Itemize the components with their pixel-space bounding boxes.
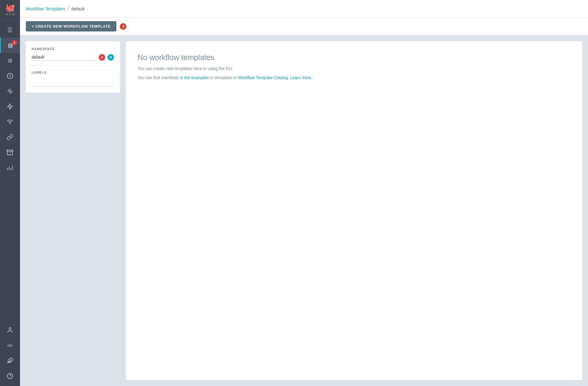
breadcrumb-current: default [71,6,85,11]
labels-input[interactable] [32,79,114,87]
svg-line-3 [8,89,9,90]
help-icon [7,373,13,379]
plugin-icon [7,357,13,364]
webhook-icon [7,119,13,125]
namespace-input[interactable] [32,54,96,61]
empty-state-title: No workflow templates [138,53,570,62]
sidebar: 🐙 v3.4.10 ☰ ▤ 1 ⊞ [0,0,20,386]
sidebar-nav: ☰ ▤ 1 ⊞ [0,20,20,175]
code-icon: </> [7,343,13,348]
user-icon [7,327,13,333]
empty-desc2-end: . [311,75,312,80]
svg-line-4 [11,92,12,93]
breadcrumb: Workflow Templates / default [26,6,85,12]
sidebar-item-sensor[interactable] [0,84,20,99]
empty-desc2-mid: or templates in [209,75,238,80]
sidebar-bottom: </> [0,322,20,386]
logo-icon: 🐙 [5,4,15,12]
sidebar-item-plugin[interactable] [0,353,20,368]
breadcrumb-separator: / [68,6,69,12]
app-logo: 🐙 v3.4.10 [0,0,20,20]
sidebar-item-help[interactable] [0,368,20,384]
create-button-label: + CREATE NEW WORKFLOW TEMPLATE [32,24,110,29]
sidebar-item-archive[interactable] [0,145,20,160]
namespace-input-row: 2 ✕ [32,54,114,61]
sensor-icon [7,88,13,94]
sidebar-item-reports[interactable] [0,160,20,175]
toolbar: + CREATE NEW WORKFLOW TEMPLATE 3 [20,18,588,35]
labels-label: LABELS [32,71,114,74]
cron-icon: ⊞ [8,57,12,64]
empty-desc2-suffix: . [288,75,290,80]
history-icon [7,73,13,79]
sidebar-item-webhook[interactable] [0,114,20,129]
sidebar-item-workflows[interactable]: ▤ 1 [0,38,20,53]
reports-icon [7,164,13,171]
learn-more-link[interactable]: Learn more [290,75,311,80]
app-version: v3.4.10 [5,13,15,16]
event-icon [7,103,13,110]
svg-point-7 [9,90,11,92]
create-workflow-template-button[interactable]: + CREATE NEW WORKFLOW TEMPLATE [26,21,116,31]
empty-desc2-prefix: You can find manifests [138,75,180,80]
filter-panel: NAMESPACE 2 ✕ LABELS [26,41,120,93]
namespace-filter-badge: 2 [99,54,105,61]
create-button-badge: 3 [120,23,126,30]
examples-link[interactable]: in the examples [180,75,209,80]
sidebar-item-user[interactable] [0,322,20,338]
workflows-badge: 1 [12,40,17,45]
empty-state-panel: No workflow templates You can create new… [126,41,582,380]
empty-state-desc1: You can create new templates here or usi… [138,66,570,72]
svg-rect-10 [7,150,13,152]
namespace-label: NAMESPACE [32,47,114,51]
archive-icon [7,149,13,156]
sidebar-item-api[interactable]: </> [0,338,20,353]
sidebar-item-history[interactable] [0,68,20,84]
sidebar-item-event[interactable] [0,99,20,114]
namespace-clear-button[interactable]: ✕ [108,54,114,61]
sidebar-item-menu[interactable]: ☰ [0,22,20,38]
svg-marker-8 [8,104,13,109]
catalog-link[interactable]: Workflow Template Catalog [238,75,288,80]
main-content: Workflow Templates / default + CREATE NE… [20,0,588,386]
empty-state-desc2: You can find manifests in the examples o… [138,75,570,81]
breadcrumb-workflows-link[interactable]: Workflow Templates [26,6,65,11]
content-area: NAMESPACE 2 ✕ LABELS No workflow templat… [20,35,588,386]
sidebar-item-cron[interactable]: ⊞ [0,53,20,68]
svg-point-9 [10,124,10,124]
topbar: Workflow Templates / default [20,0,588,18]
menu-icon: ☰ [7,26,13,34]
filter-divider [32,66,114,66]
svg-point-16 [9,328,11,330]
sidebar-item-chain[interactable] [0,129,20,145]
chain-icon [7,134,13,140]
